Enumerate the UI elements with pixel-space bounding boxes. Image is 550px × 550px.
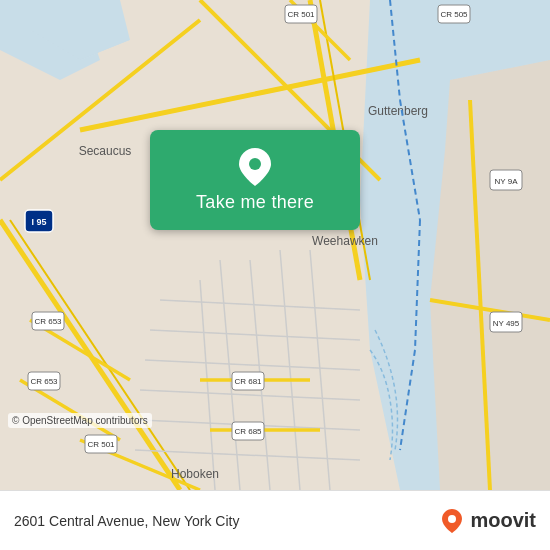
location-pin-icon [236,148,274,186]
button-label: Take me there [196,192,314,213]
svg-text:Hoboken: Hoboken [171,467,219,481]
svg-text:I 95: I 95 [31,217,46,227]
svg-text:CR 685: CR 685 [234,427,262,436]
svg-text:Weehawken: Weehawken [312,234,378,248]
svg-text:CR 653: CR 653 [34,317,62,326]
svg-text:Secaucus: Secaucus [79,144,132,158]
moovit-logo: moovit [438,507,536,535]
take-me-there-button[interactable]: Take me there [150,130,360,230]
button-overlay: Take me there [150,130,360,230]
bottom-bar: 2601 Central Avenue, New York City moovi… [0,490,550,550]
osm-credit: © OpenStreetMap contributors [8,413,152,428]
svg-text:CR 653: CR 653 [30,377,58,386]
svg-text:CR 681: CR 681 [234,377,262,386]
svg-text:Guttenberg: Guttenberg [368,104,428,118]
svg-text:NY 9A: NY 9A [495,177,519,186]
svg-marker-3 [430,60,550,490]
svg-text:CR 501: CR 501 [287,10,315,19]
svg-point-60 [249,158,261,170]
address-section: 2601 Central Avenue, New York City [14,513,239,529]
svg-text:CR 501: CR 501 [87,440,115,449]
svg-text:NY 495: NY 495 [493,319,520,328]
svg-text:CR 505: CR 505 [440,10,468,19]
address-text: 2601 Central Avenue, New York City [14,513,239,529]
moovit-brand-text: moovit [470,509,536,532]
map-container: I 95 CR 681 CR 685 CR 653 CR 653 CR 501 … [0,0,550,490]
moovit-pin-icon [438,507,466,535]
svg-point-61 [448,515,456,523]
